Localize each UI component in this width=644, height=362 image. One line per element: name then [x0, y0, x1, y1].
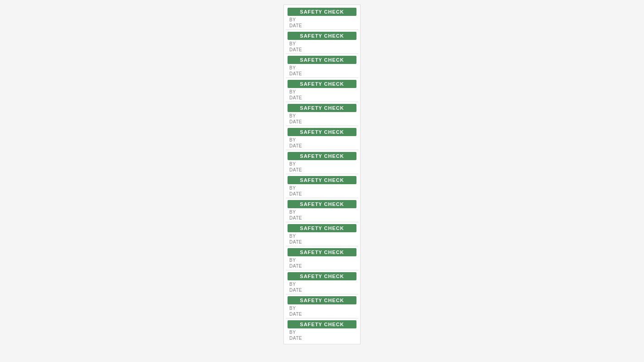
safety-label-10: SAFETY CHECKBYDATE	[286, 223, 358, 246]
safety-check-header-4: SAFETY CHECK	[288, 80, 356, 88]
date-field-5: DATE	[286, 119, 358, 126]
safety-label-14: SAFETY CHECKBYDATE	[286, 319, 358, 342]
safety-check-header-6: SAFETY CHECK	[288, 128, 356, 136]
by-field-14: BY	[286, 329, 358, 335]
safety-check-header-1: SAFETY CHECK	[288, 8, 356, 16]
date-field-11: DATE	[286, 263, 358, 270]
safety-check-header-12: SAFETY CHECK	[288, 272, 356, 280]
safety-label-3: SAFETY CHECKBYDATE	[286, 55, 358, 78]
by-field-2: BY	[286, 40, 358, 47]
by-field-9: BY	[286, 209, 358, 215]
safety-check-header-9: SAFETY CHECK	[288, 200, 356, 208]
safety-label-8: SAFETY CHECKBYDATE	[286, 175, 358, 198]
date-field-12: DATE	[286, 287, 358, 294]
safety-check-header-5: SAFETY CHECK	[288, 104, 356, 112]
date-field-3: DATE	[286, 71, 358, 78]
safety-label-9: SAFETY CHECKBYDATE	[286, 199, 358, 222]
safety-check-header-8: SAFETY CHECK	[288, 176, 356, 184]
by-field-10: BY	[286, 233, 358, 239]
safety-check-header-14: SAFETY CHECK	[288, 320, 356, 328]
date-field-14: DATE	[286, 335, 358, 342]
safety-check-header-13: SAFETY CHECK	[288, 296, 356, 304]
safety-check-header-2: SAFETY CHECK	[288, 32, 356, 40]
by-field-13: BY	[286, 305, 358, 311]
safety-label-4: SAFETY CHECKBYDATE	[286, 79, 358, 102]
date-field-1: DATE	[286, 23, 358, 29]
safety-label-1: SAFETY CHECKBYDATE	[286, 7, 358, 30]
safety-label-12: SAFETY CHECKBYDATE	[286, 271, 358, 294]
safety-label-7: SAFETY CHECKBYDATE	[286, 151, 358, 174]
page-container: SAFETY CHECKBYDATESAFETY CHECKBYDATESAFE…	[0, 0, 644, 362]
by-field-4: BY	[286, 88, 358, 95]
safety-label-13: SAFETY CHECKBYDATE	[286, 295, 358, 318]
safety-check-header-7: SAFETY CHECK	[288, 152, 356, 160]
date-field-7: DATE	[286, 167, 358, 174]
safety-label-11: SAFETY CHECKBYDATE	[286, 247, 358, 270]
date-field-13: DATE	[286, 311, 358, 318]
safety-label-2: SAFETY CHECKBYDATE	[286, 31, 358, 54]
date-field-4: DATE	[286, 95, 358, 102]
date-field-6: DATE	[286, 143, 358, 150]
safety-check-header-11: SAFETY CHECK	[288, 248, 356, 256]
date-field-9: DATE	[286, 215, 358, 222]
date-field-2: DATE	[286, 47, 358, 54]
date-field-8: DATE	[286, 191, 358, 198]
by-field-12: BY	[286, 281, 358, 287]
safety-check-header-10: SAFETY CHECK	[288, 224, 356, 232]
by-field-8: BY	[286, 185, 358, 191]
by-field-5: BY	[286, 113, 358, 119]
by-field-1: BY	[286, 16, 358, 23]
safety-label-6: SAFETY CHECKBYDATE	[286, 127, 358, 150]
by-field-11: BY	[286, 257, 358, 263]
by-field-7: BY	[286, 161, 358, 167]
by-field-3: BY	[286, 64, 358, 71]
date-field-10: DATE	[286, 239, 358, 246]
safety-check-header-3: SAFETY CHECK	[288, 56, 356, 64]
by-field-6: BY	[286, 137, 358, 143]
safety-label-5: SAFETY CHECKBYDATE	[286, 103, 358, 126]
label-sheet: SAFETY CHECKBYDATESAFETY CHECKBYDATESAFE…	[283, 5, 361, 344]
